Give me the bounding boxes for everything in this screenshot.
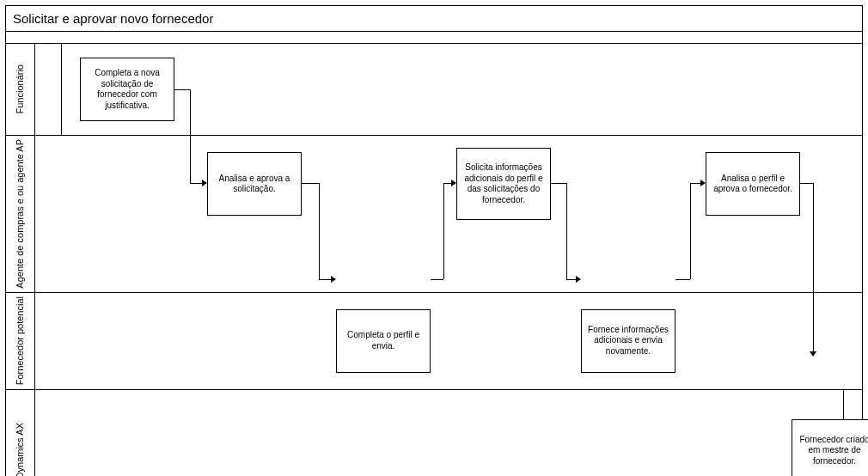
lane-label-text: Dynamics AX bbox=[15, 419, 25, 476]
lane-label-text: Agente de compras e ou agente AP bbox=[15, 136, 25, 292]
diagram-title: Solicitar e aprovar novo fornecedor bbox=[6, 6, 862, 32]
lane-funcionario: Funcionário Completa a nova solicitação … bbox=[6, 44, 862, 136]
task-provide-more-info: Fornece informações adicionais e envia n… bbox=[581, 309, 675, 373]
lane-body-funcionario: Completa a nova solicitação de fornecedo… bbox=[35, 44, 862, 135]
lane-fornecedor: Fornecedor potencial Completa o perfil e… bbox=[6, 293, 862, 390]
lane-body-agente: Analisa e aprova a solicitação. Solicita… bbox=[35, 136, 862, 232]
lane-dynamics: Dynamics AX Fornecedor criado em mestre … bbox=[6, 390, 862, 476]
lane-label-text: Fornecedor potencial bbox=[15, 293, 25, 388]
header-spacer bbox=[6, 32, 862, 44]
lane-label-dynamics: Dynamics AX bbox=[6, 390, 35, 476]
task-text: Solicita informações adicionais do perfi… bbox=[462, 162, 545, 205]
lane-label-fornecedor: Fornecedor potencial bbox=[6, 293, 35, 389]
task-text: Analisa o perfil e aprova o fornecedor. bbox=[712, 174, 794, 195]
task-text: Fornece informações adicionais e envia n… bbox=[587, 325, 669, 357]
lane-body-fornecedor: Completa o perfil e envia. Fornece infor… bbox=[35, 293, 862, 389]
lane-agente: Agente de compras e ou agente AP Analisa… bbox=[6, 136, 862, 293]
task-text: Fornecedor criado em mestre de fornecedo… bbox=[798, 435, 868, 467]
lane-label-agente: Agente de compras e ou agente AP bbox=[6, 136, 35, 292]
task-vendor-created: Fornecedor criado em mestre de fornecedo… bbox=[792, 419, 868, 476]
task-request-more-info: Solicita informações adicionais do perfi… bbox=[456, 148, 551, 220]
swimlane-diagram: Solicitar e aprovar novo fornecedor Func… bbox=[5, 5, 863, 476]
task-text: Completa a nova solicitação de fornecedo… bbox=[86, 68, 168, 111]
lane-label-funcionario: Funcionário bbox=[6, 44, 35, 135]
diagram-title-text: Solicitar e aprovar novo fornecedor bbox=[13, 11, 213, 26]
task-text: Completa o perfil e envia. bbox=[342, 330, 425, 351]
lanes-container: Funcionário Completa a nova solicitação … bbox=[6, 44, 862, 476]
task-complete-profile: Completa o perfil e envia. bbox=[336, 309, 431, 373]
task-review-request: Analisa e aprova a solicitação. bbox=[207, 152, 302, 216]
lane-body-dynamics: Fornecedor criado em mestre de fornecedo… bbox=[35, 390, 862, 476]
rail bbox=[61, 44, 62, 135]
task-approve-vendor: Analisa o perfil e aprova o fornecedor. bbox=[706, 152, 800, 216]
task-complete-request: Completa a nova solicitação de fornecedo… bbox=[80, 58, 174, 121]
task-text: Analisa e aprova a solicitação. bbox=[213, 174, 296, 195]
lane-label-text: Funcionário bbox=[15, 61, 25, 117]
